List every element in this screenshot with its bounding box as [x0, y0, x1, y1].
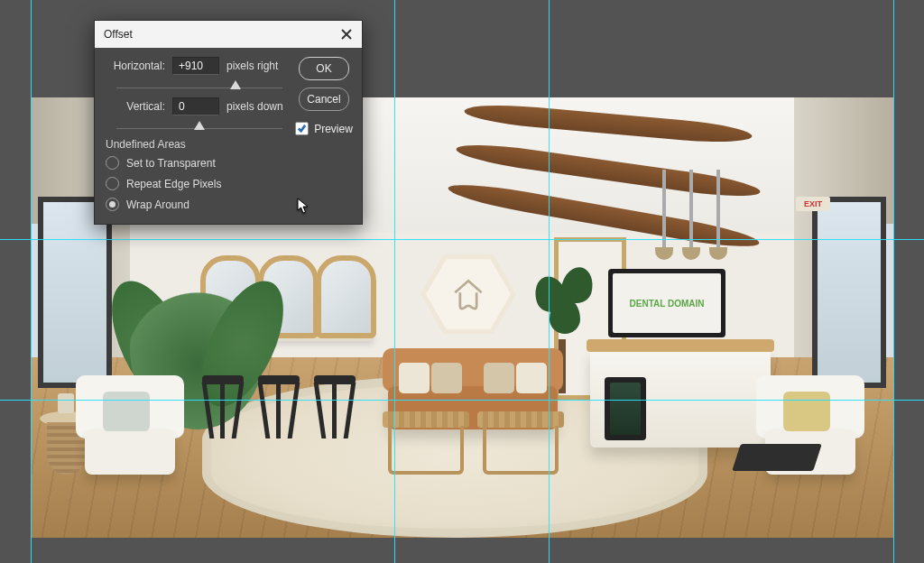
check-icon: [297, 124, 307, 134]
tv-screen: DENTAL DOMAIN: [608, 269, 725, 337]
close-button[interactable]: [338, 26, 355, 42]
ok-button[interactable]: OK: [299, 57, 349, 80]
horizontal-slider[interactable]: [116, 77, 282, 88]
coffee-table: [383, 411, 469, 475]
dialog-title: Offset: [104, 28, 133, 41]
vertical-label: Vertical:: [106, 100, 165, 113]
close-icon: [341, 29, 352, 40]
tv-text: DENTAL DOMAIN: [630, 299, 705, 309]
vertical-unit: pixels down: [226, 100, 283, 113]
mini-fridge: [605, 377, 646, 440]
radio-wrap-around[interactable]: Wrap Around: [106, 198, 286, 211]
exit-sign: EXIT: [796, 197, 830, 211]
coffee-table: [477, 411, 564, 475]
dialog-titlebar[interactable]: Offset: [95, 21, 362, 48]
plant-pot: [58, 393, 74, 413]
guide-vertical[interactable]: [394, 0, 395, 563]
window-left: [38, 197, 112, 388]
radio-label: Set to Transparent: [126, 157, 216, 170]
guide-horizontal[interactable]: [0, 239, 924, 240]
tooth-house-icon: [448, 274, 488, 314]
preview-label: Preview: [314, 123, 353, 135]
offset-dialog: Offset Horizontal: pixels right Vertical…: [94, 20, 363, 225]
hex-logo: [419, 251, 518, 337]
radio-label: Wrap Around: [126, 198, 189, 211]
preview-checkbox[interactable]: Preview: [295, 122, 353, 135]
floor-mat: [732, 444, 822, 471]
horizontal-unit: pixels right: [226, 60, 278, 72]
horizontal-label: Horizontal:: [106, 60, 165, 72]
bar-stool: [258, 375, 300, 438]
guide-vertical[interactable]: [549, 0, 550, 563]
mirror: [316, 255, 376, 338]
radio-repeat-edge[interactable]: Repeat Edge Pixels: [106, 177, 286, 190]
vertical-input[interactable]: [172, 97, 219, 115]
bar-stool: [202, 375, 244, 438]
undefined-areas-label: Undefined Areas: [106, 138, 286, 151]
armchair: [76, 366, 184, 475]
window-right: [812, 197, 886, 388]
horizontal-input[interactable]: [172, 57, 219, 75]
guide-horizontal[interactable]: [0, 400, 924, 401]
guide-vertical[interactable]: [893, 0, 894, 563]
vertical-slider[interactable]: [116, 117, 282, 129]
radio-set-transparent[interactable]: Set to Transparent: [106, 156, 286, 170]
cancel-button[interactable]: Cancel: [299, 88, 349, 111]
bar-stool: [314, 375, 356, 438]
radio-label: Repeat Edge Pixels: [126, 178, 221, 190]
guide-vertical[interactable]: [31, 0, 32, 563]
